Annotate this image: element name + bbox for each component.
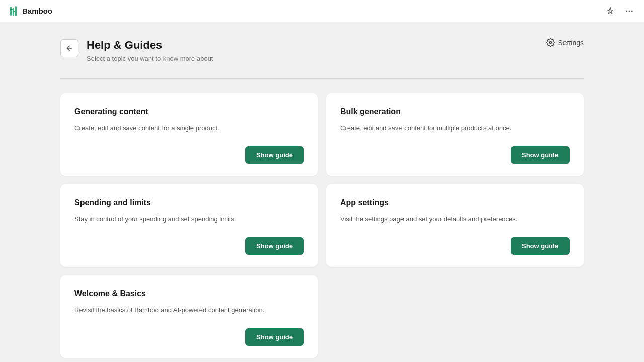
card-welcome-basics: Welcome & Basics Revisit the basics of B… — [60, 275, 318, 358]
svg-point-8 — [550, 41, 552, 43]
card-app-settings: App settings Visit the settings page and… — [326, 184, 584, 267]
settings-label: Settings — [558, 39, 584, 47]
page-title-group: Help & Guides Select a topic you want to… — [87, 38, 213, 62]
more-button[interactable] — [623, 5, 636, 18]
back-button[interactable] — [60, 39, 78, 57]
svg-point-6 — [629, 10, 630, 12]
svg-rect-3 — [10, 9, 13, 10]
svg-point-7 — [631, 10, 633, 12]
topbar-left: Bamboo — [8, 6, 52, 17]
card-footer: Show guide — [74, 146, 304, 164]
card-title: Bulk generation — [340, 107, 570, 116]
card-content: App settings Visit the settings page and… — [340, 198, 570, 224]
svg-rect-0 — [10, 7, 12, 16]
card-bulk-generation: Bulk generation Create, edit and save co… — [326, 93, 584, 176]
svg-point-5 — [626, 10, 627, 12]
page-header-left: Help & Guides Select a topic you want to… — [60, 38, 213, 62]
card-description: Create, edit and save content for a sing… — [74, 123, 304, 133]
card-generating-content: Generating content Create, edit and save… — [60, 93, 318, 176]
show-guide-button-app-settings[interactable]: Show guide — [511, 237, 570, 255]
card-footer: Show guide — [74, 328, 304, 346]
pin-button[interactable] — [604, 5, 617, 18]
topbar-right — [604, 5, 636, 18]
show-guide-button-spending-limits[interactable]: Show guide — [245, 237, 304, 255]
card-description: Stay in control of your spending and set… — [74, 214, 304, 224]
more-icon — [625, 7, 634, 16]
card-title: App settings — [340, 198, 570, 207]
card-title: Spending and limits — [74, 198, 304, 207]
topbar: Bamboo — [0, 0, 644, 22]
card-title: Generating content — [74, 107, 304, 116]
main-content: Help & Guides Select a topic you want to… — [0, 22, 644, 362]
show-guide-button-bulk-generation[interactable]: Show guide — [511, 146, 570, 164]
card-content: Generating content Create, edit and save… — [74, 107, 304, 133]
show-guide-button-welcome-basics[interactable]: Show guide — [245, 328, 304, 346]
card-content: Welcome & Basics Revisit the basics of B… — [74, 289, 304, 315]
cards-grid: Generating content Create, edit and save… — [60, 93, 584, 358]
bamboo-logo-icon — [8, 6, 19, 17]
card-spending-limits: Spending and limits Stay in control of y… — [60, 184, 318, 267]
back-arrow-icon — [65, 44, 73, 52]
card-description: Revisit the basics of Bamboo and AI-powe… — [74, 305, 304, 315]
page-title: Help & Guides — [87, 38, 213, 53]
svg-rect-4 — [13, 11, 15, 12]
card-content: Bulk generation Create, edit and save co… — [340, 107, 570, 133]
card-footer: Show guide — [340, 237, 570, 255]
card-footer: Show guide — [74, 237, 304, 255]
svg-rect-2 — [15, 6, 17, 16]
page-header: Help & Guides Select a topic you want to… — [60, 38, 584, 62]
card-content: Spending and limits Stay in control of y… — [74, 198, 304, 224]
section-divider — [60, 78, 584, 79]
page-subtitle: Select a topic you want to know more abo… — [87, 55, 213, 62]
settings-button[interactable]: Settings — [546, 38, 584, 47]
settings-gear-icon — [546, 38, 555, 47]
card-description: Visit the settings page and set your def… — [340, 214, 570, 224]
app-logo: Bamboo — [8, 6, 52, 17]
show-guide-button-generating-content[interactable]: Show guide — [245, 146, 304, 164]
card-title: Welcome & Basics — [74, 289, 304, 298]
app-name: Bamboo — [22, 7, 52, 15]
pin-icon — [606, 7, 615, 16]
card-footer: Show guide — [340, 146, 570, 164]
card-description: Create, edit and save content for multip… — [340, 123, 570, 133]
